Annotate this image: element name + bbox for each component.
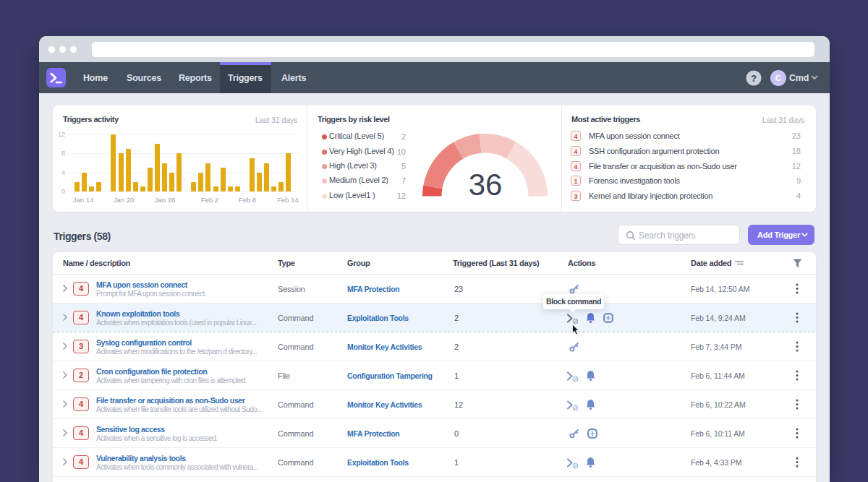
svg-text:C: C: [775, 74, 781, 82]
svg-text:?: ?: [751, 73, 757, 84]
